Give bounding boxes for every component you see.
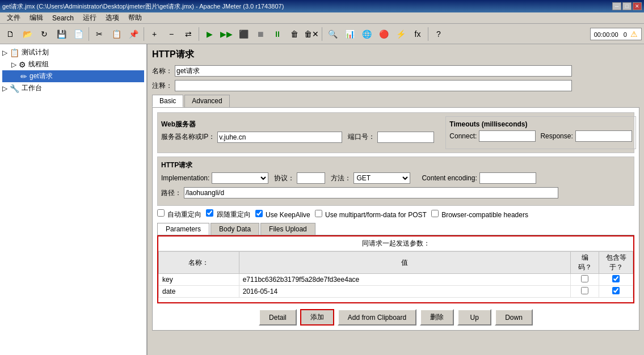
tree-label-workbench: 工作台 [22,83,42,93]
remote-exit-button[interactable]: ⚡ [393,26,409,42]
toggle-button[interactable]: ⇄ [180,26,196,42]
path-input[interactable] [184,187,558,198]
paste-button[interactable]: 📌 [125,26,141,42]
connect-input[interactable] [479,130,536,142]
toolbar-sep-2 [144,27,144,41]
cut-button[interactable]: ✂ [91,26,107,42]
multipart-checkbox-label[interactable]: Use multipart/form-data for POST [315,210,427,219]
start-no-pause-button[interactable]: ▶▶ [218,26,234,42]
keepalive-checkbox-label[interactable]: Use KeepAlive [255,210,310,219]
follow-redirect-checkbox[interactable] [206,209,213,217]
follow-redirect-checkbox-label[interactable]: 跟随重定向 [206,209,250,219]
stop-button[interactable]: ⬛ [235,26,251,42]
sub-tab-body-data[interactable]: Body Data [211,223,259,235]
sub-tab-files-upload[interactable]: Files Upload [260,223,315,235]
new-button[interactable]: 🗋 [2,26,18,42]
time-display: 00:00:00 [594,31,618,38]
title-bar: get请求.jmx (C:\Users\Administrator\Deskto… [0,0,644,12]
start-button[interactable]: ▶ [201,26,217,42]
function-helper-button[interactable]: fx [410,26,426,42]
clear-all-button[interactable]: 🗑✕ [304,26,319,42]
menu-search[interactable]: Search [48,13,78,23]
redirect-checkbox[interactable] [157,209,165,217]
delete-button[interactable]: 删除 [420,309,454,326]
redirect-checkbox-label[interactable]: 自动重定向 [157,209,201,219]
add-button[interactable]: 添加 [300,309,334,326]
browser-compat-label: Browser-compatible headers [441,211,528,219]
tab-bar: Basic Advanced [152,95,639,107]
keepalive-checkbox[interactable] [255,210,263,217]
tree-item-get-request[interactable]: ✏ get请求 [2,70,144,82]
save-button[interactable]: 💾 [53,26,69,42]
collapse-button[interactable]: − [163,26,179,42]
name-row: 名称： [152,65,639,77]
search-toolbar-button[interactable]: 🔍 [325,26,340,42]
toolbar-sep-3 [199,27,199,41]
down-button[interactable]: Down [495,309,533,326]
comments-input[interactable] [175,80,572,91]
name-input[interactable] [175,65,572,77]
tree-label-get-request: get请求 [30,71,53,81]
multipart-checkbox[interactable] [315,210,322,217]
cell-key-value: e711bc6362b3179f5a28de7fd3ee4ace [239,274,570,286]
cell-date-include [599,286,633,298]
remote-stop-button[interactable]: 🔴 [376,26,392,42]
params-container: 同请求一起发送参数： 名称： 值 编码？ 包含等于？ key [157,235,634,303]
web-server-section: Web服务器 服务器名称或IP： 端口号： Timeouts (millisec… [157,112,634,153]
menu-file[interactable]: 文件 [2,12,25,24]
sub-tab-parameters[interactable]: Parameters [157,223,209,235]
key-include-checkbox[interactable] [612,275,620,282]
save-as-button[interactable]: 📄 [70,26,86,42]
close-button[interactable]: ✕ [633,2,642,10]
tree-item-workbench[interactable]: ▷ 🔧 工作台 [2,82,144,94]
date-encode-checkbox[interactable] [581,287,588,294]
browser-compat-checkbox-label[interactable]: Browser-compatible headers [431,210,528,219]
cell-date-encode [571,286,599,298]
copy-button[interactable]: 📋 [108,26,124,42]
implementation-select[interactable] [212,172,268,184]
menu-options[interactable]: 选项 [101,12,124,24]
tree-icon-test-plan: ▷ [2,49,7,57]
remote-start-button[interactable]: 🌐 [359,26,374,42]
timeouts-section: Timeouts (milliseconds) Connect: Respons… [445,116,635,149]
method-select[interactable]: GET POST PUT DELETE [353,172,410,184]
menu-edit[interactable]: 编辑 [25,12,48,24]
server-input[interactable] [217,132,342,143]
server-label: 服务器名称或IP： [161,132,215,142]
connect-label: Connect: [449,132,477,140]
menu-run[interactable]: 运行 [78,12,101,24]
response-label: Response: [540,132,573,140]
test-plan-icon: 📋 [10,48,19,57]
up-button[interactable]: Up [457,309,491,326]
tree-label-thread-group: 线程组 [28,60,49,69]
tree-item-test-plan[interactable]: ▷ 📋 测试计划 [2,47,144,58]
date-include-checkbox[interactable] [612,287,620,294]
minimize-button[interactable]: ─ [612,2,621,10]
expand-button[interactable]: + [146,26,162,42]
implementation-label: Implementation: [161,174,209,182]
tab-advanced[interactable]: Advanced [184,95,229,107]
templates-button[interactable]: 📊 [342,26,357,42]
server-row: 服务器名称或IP： 端口号： [161,132,434,143]
refresh-button[interactable]: ↻ [36,26,52,42]
shutdown-button[interactable]: ⏸ [270,26,285,42]
key-encode-checkbox[interactable] [581,275,588,282]
add-clipboard-button[interactable]: Add from Clipboard [338,309,416,326]
protocol-input[interactable] [297,172,325,184]
detail-button[interactable]: Detail [259,309,297,326]
tree-item-thread-group[interactable]: ▷ ⚙ 线程组 [2,58,144,70]
encoding-input[interactable] [479,172,536,184]
tab-basic[interactable]: Basic [152,95,183,107]
browser-compat-checkbox[interactable] [431,210,439,217]
clear-button[interactable]: 🗑 [287,26,302,42]
open-button[interactable]: 📂 [19,26,35,42]
keepalive-label: Use KeepAlive [266,211,310,219]
port-input[interactable] [377,132,434,143]
help-toolbar-button[interactable]: ? [431,26,447,42]
menu-help[interactable]: 帮助 [124,12,146,24]
maximize-button[interactable]: □ [622,2,632,10]
col-include: 包含等于？ [599,252,633,274]
response-input[interactable] [575,130,632,142]
stop-now-button[interactable]: ⏹ [252,26,268,42]
toolbar: 🗋 📂 ↻ 💾 📄 ✂ 📋 📌 + − ⇄ ▶ ▶▶ ⬛ ⏹ ⏸ 🗑 🗑✕ 🔍 … [0,24,644,44]
